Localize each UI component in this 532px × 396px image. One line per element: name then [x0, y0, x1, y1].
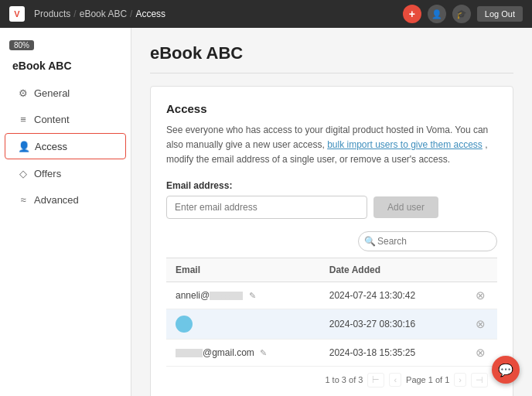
row-action-button[interactable]: ⊗ — [476, 317, 486, 331]
access-icon: 👤 — [18, 140, 30, 152]
next-page-button[interactable]: › — [454, 373, 466, 387]
table-row: xxx@gmail.com ✎ 2024-03-18 15:35:25 ⊗ — [166, 339, 497, 366]
col-actions — [466, 258, 497, 282]
email-mask: xxx — [176, 349, 203, 357]
grad-cap-icon[interactable]: 🎓 — [452, 5, 471, 23]
breadcrumb-product[interactable]: eBook ABC — [80, 9, 127, 19]
cell-date: 2024-03-18 15:35:25 — [320, 339, 466, 366]
cell-email: anneli@xxx ✎ — [166, 282, 320, 309]
search-input[interactable] — [358, 231, 497, 251]
app-logo: V — [9, 6, 25, 22]
breadcrumb-current: Access — [135, 9, 165, 19]
cell-action: ⊗ — [466, 282, 497, 309]
pagination: 1 to 3 of 3 ⊢ ‹ Page 1 of 1 › ⊣ — [166, 366, 497, 394]
sidebar-item-offers[interactable]: ◇ Offers — [5, 161, 126, 186]
page-info: Page 1 of 1 — [406, 375, 449, 384]
email-domain: @gmail.com — [203, 347, 254, 358]
sidebar-item-general[interactable]: ⚙ General — [5, 80, 126, 105]
email-input-row: Add user — [166, 196, 497, 219]
table-row: 2024-03-27 08:30:16 ⊗ — [166, 309, 497, 339]
cell-action: ⊗ — [466, 309, 497, 339]
card-title: Access — [166, 102, 497, 115]
topnav-actions: + 👤 🎓 Log Out — [403, 5, 523, 23]
pagination-range: 1 to 3 of 3 — [325, 375, 363, 384]
first-page-button[interactable]: ⊢ — [367, 373, 384, 387]
advanced-icon: ≈ — [17, 193, 29, 206]
sidebar-product-title: eBook ABC — [0, 56, 131, 80]
col-email: Email — [166, 258, 320, 282]
last-page-button[interactable]: ⊣ — [471, 373, 488, 387]
add-user-button[interactable]: Add user — [373, 196, 438, 218]
search-icon: 🔍 — [364, 236, 376, 247]
sidebar-item-content[interactable]: ≡ Content — [5, 107, 126, 131]
cell-email — [166, 309, 320, 339]
sidebar-item-access[interactable]: 👤 Access — [5, 133, 126, 159]
user-avatar — [176, 316, 193, 333]
row-action-button[interactable]: ⊗ — [476, 346, 486, 360]
col-date: Date Added — [320, 258, 466, 282]
cell-date: 2024-07-24 13:30:42 — [320, 282, 466, 309]
user-icon[interactable]: 👤 — [428, 5, 446, 23]
layout: 80% eBook ABC ⚙ General ≡ Content 👤 Acce… — [0, 28, 532, 396]
access-card: Access See everyone who has access to yo… — [150, 86, 513, 396]
prev-page-button[interactable]: ‹ — [389, 373, 401, 387]
email-label: Email address: — [166, 180, 497, 191]
edit-icon[interactable]: ✎ — [249, 291, 256, 300]
breadcrumb-products[interactable]: Products — [34, 9, 70, 19]
users-table: Email Date Added anneli@xxx ✎ 2024-07-24… — [166, 258, 497, 366]
sidebar-item-advanced[interactable]: ≈ Advanced — [5, 187, 126, 212]
email-text: anneli@xxx — [176, 290, 243, 301]
sidebar-item-label-content: Content — [34, 114, 70, 125]
chat-bubble[interactable]: 💬 — [492, 356, 520, 384]
sidebar-item-label-offers: Offers — [34, 168, 61, 179]
cell-action: ⊗ — [466, 339, 497, 366]
top-nav: V Products / eBook ABC / Access + 👤 🎓 Lo… — [0, 0, 532, 28]
edit-icon[interactable]: ✎ — [260, 348, 267, 357]
breadcrumb: Products / eBook ABC / Access — [34, 9, 165, 19]
page-title: eBook ABC — [150, 43, 513, 63]
search-row: 🔍 — [166, 231, 497, 251]
search-wrap: 🔍 — [358, 231, 497, 251]
bulk-import-link[interactable]: bulk import users to give them access — [327, 139, 483, 150]
row-action-button[interactable]: ⊗ — [476, 288, 486, 302]
add-button[interactable]: + — [403, 5, 421, 23]
table-header-row: Email Date Added — [166, 258, 497, 282]
sidebar: 80% eBook ABC ⚙ General ≡ Content 👤 Acce… — [0, 28, 131, 396]
progress-badge: 80% — [9, 40, 34, 50]
sidebar-item-label-access: Access — [35, 141, 67, 152]
email-section: Email address: Add user — [166, 180, 497, 219]
card-description: See everyone who has access to your digi… — [166, 123, 497, 168]
content-icon: ≡ — [17, 113, 29, 125]
sidebar-item-label-advanced: Advanced — [34, 194, 79, 206]
main-content: eBook ABC Access See everyone who has ac… — [131, 28, 532, 396]
cell-email: xxx@gmail.com ✎ — [166, 339, 320, 366]
title-divider — [150, 73, 513, 73]
email-input[interactable] — [166, 196, 367, 219]
offers-icon: ◇ — [17, 167, 29, 179]
general-icon: ⚙ — [17, 87, 29, 99]
sidebar-item-label-general: General — [34, 87, 70, 99]
logout-button[interactable]: Log Out — [477, 6, 523, 22]
cell-date: 2024-03-27 08:30:16 — [320, 309, 466, 339]
table-row: anneli@xxx ✎ 2024-07-24 13:30:42 ⊗ — [166, 282, 497, 309]
